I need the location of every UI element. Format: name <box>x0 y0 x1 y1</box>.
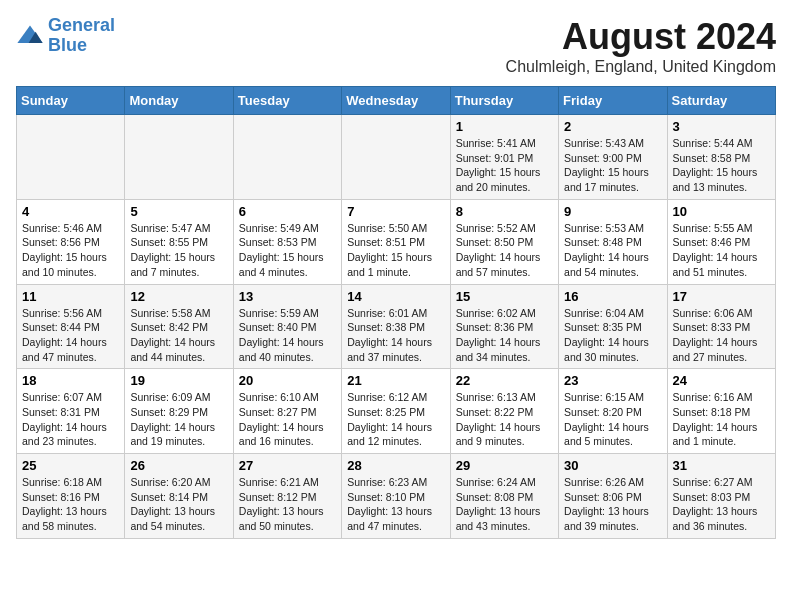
calendar-cell <box>233 115 341 200</box>
calendar-cell: 7Sunrise: 5:50 AM Sunset: 8:51 PM Daylig… <box>342 199 450 284</box>
day-number: 6 <box>239 204 336 219</box>
day-info: Sunrise: 5:59 AM Sunset: 8:40 PM Dayligh… <box>239 306 336 365</box>
day-number: 17 <box>673 289 770 304</box>
calendar-cell: 11Sunrise: 5:56 AM Sunset: 8:44 PM Dayli… <box>17 284 125 369</box>
day-info: Sunrise: 6:20 AM Sunset: 8:14 PM Dayligh… <box>130 475 227 534</box>
calendar-cell: 14Sunrise: 6:01 AM Sunset: 8:38 PM Dayli… <box>342 284 450 369</box>
day-number: 18 <box>22 373 119 388</box>
day-info: Sunrise: 6:21 AM Sunset: 8:12 PM Dayligh… <box>239 475 336 534</box>
day-info: Sunrise: 6:09 AM Sunset: 8:29 PM Dayligh… <box>130 390 227 449</box>
calendar-cell <box>125 115 233 200</box>
title-block: August 2024 Chulmleigh, England, United … <box>506 16 776 76</box>
day-number: 12 <box>130 289 227 304</box>
day-info: Sunrise: 6:12 AM Sunset: 8:25 PM Dayligh… <box>347 390 444 449</box>
day-number: 3 <box>673 119 770 134</box>
day-info: Sunrise: 5:41 AM Sunset: 9:01 PM Dayligh… <box>456 136 553 195</box>
calendar-cell <box>342 115 450 200</box>
page-header: General Blue August 2024 Chulmleigh, Eng… <box>16 16 776 76</box>
day-number: 4 <box>22 204 119 219</box>
calendar-table: SundayMondayTuesdayWednesdayThursdayFrid… <box>16 86 776 539</box>
week-row-3: 11Sunrise: 5:56 AM Sunset: 8:44 PM Dayli… <box>17 284 776 369</box>
day-header-tuesday: Tuesday <box>233 87 341 115</box>
calendar-cell: 6Sunrise: 5:49 AM Sunset: 8:53 PM Daylig… <box>233 199 341 284</box>
day-number: 24 <box>673 373 770 388</box>
day-number: 10 <box>673 204 770 219</box>
day-info: Sunrise: 5:56 AM Sunset: 8:44 PM Dayligh… <box>22 306 119 365</box>
calendar-cell: 1Sunrise: 5:41 AM Sunset: 9:01 PM Daylig… <box>450 115 558 200</box>
main-title: August 2024 <box>506 16 776 58</box>
day-info: Sunrise: 5:44 AM Sunset: 8:58 PM Dayligh… <box>673 136 770 195</box>
day-info: Sunrise: 5:58 AM Sunset: 8:42 PM Dayligh… <box>130 306 227 365</box>
week-row-5: 25Sunrise: 6:18 AM Sunset: 8:16 PM Dayli… <box>17 454 776 539</box>
day-info: Sunrise: 5:46 AM Sunset: 8:56 PM Dayligh… <box>22 221 119 280</box>
day-info: Sunrise: 6:06 AM Sunset: 8:33 PM Dayligh… <box>673 306 770 365</box>
day-number: 13 <box>239 289 336 304</box>
calendar-cell: 23Sunrise: 6:15 AM Sunset: 8:20 PM Dayli… <box>559 369 667 454</box>
day-number: 21 <box>347 373 444 388</box>
day-info: Sunrise: 6:27 AM Sunset: 8:03 PM Dayligh… <box>673 475 770 534</box>
logo: General Blue <box>16 16 115 56</box>
day-info: Sunrise: 6:01 AM Sunset: 8:38 PM Dayligh… <box>347 306 444 365</box>
day-number: 20 <box>239 373 336 388</box>
day-info: Sunrise: 6:16 AM Sunset: 8:18 PM Dayligh… <box>673 390 770 449</box>
calendar-cell: 12Sunrise: 5:58 AM Sunset: 8:42 PM Dayli… <box>125 284 233 369</box>
day-number: 2 <box>564 119 661 134</box>
day-info: Sunrise: 6:23 AM Sunset: 8:10 PM Dayligh… <box>347 475 444 534</box>
calendar-cell: 9Sunrise: 5:53 AM Sunset: 8:48 PM Daylig… <box>559 199 667 284</box>
logo-icon <box>16 22 44 50</box>
week-row-4: 18Sunrise: 6:07 AM Sunset: 8:31 PM Dayli… <box>17 369 776 454</box>
day-info: Sunrise: 5:47 AM Sunset: 8:55 PM Dayligh… <box>130 221 227 280</box>
calendar-cell: 19Sunrise: 6:09 AM Sunset: 8:29 PM Dayli… <box>125 369 233 454</box>
day-info: Sunrise: 6:24 AM Sunset: 8:08 PM Dayligh… <box>456 475 553 534</box>
calendar-cell: 28Sunrise: 6:23 AM Sunset: 8:10 PM Dayli… <box>342 454 450 539</box>
day-header-monday: Monday <box>125 87 233 115</box>
day-info: Sunrise: 5:49 AM Sunset: 8:53 PM Dayligh… <box>239 221 336 280</box>
week-row-2: 4Sunrise: 5:46 AM Sunset: 8:56 PM Daylig… <box>17 199 776 284</box>
day-number: 11 <box>22 289 119 304</box>
day-info: Sunrise: 6:13 AM Sunset: 8:22 PM Dayligh… <box>456 390 553 449</box>
day-number: 29 <box>456 458 553 473</box>
calendar-cell: 26Sunrise: 6:20 AM Sunset: 8:14 PM Dayli… <box>125 454 233 539</box>
calendar-cell: 24Sunrise: 6:16 AM Sunset: 8:18 PM Dayli… <box>667 369 775 454</box>
day-info: Sunrise: 6:26 AM Sunset: 8:06 PM Dayligh… <box>564 475 661 534</box>
day-number: 30 <box>564 458 661 473</box>
calendar-cell: 21Sunrise: 6:12 AM Sunset: 8:25 PM Dayli… <box>342 369 450 454</box>
day-number: 1 <box>456 119 553 134</box>
week-row-1: 1Sunrise: 5:41 AM Sunset: 9:01 PM Daylig… <box>17 115 776 200</box>
day-number: 8 <box>456 204 553 219</box>
calendar-cell: 29Sunrise: 6:24 AM Sunset: 8:08 PM Dayli… <box>450 454 558 539</box>
calendar-cell: 25Sunrise: 6:18 AM Sunset: 8:16 PM Dayli… <box>17 454 125 539</box>
calendar-cell: 2Sunrise: 5:43 AM Sunset: 9:00 PM Daylig… <box>559 115 667 200</box>
day-number: 31 <box>673 458 770 473</box>
day-number: 26 <box>130 458 227 473</box>
calendar-cell <box>17 115 125 200</box>
calendar-cell: 15Sunrise: 6:02 AM Sunset: 8:36 PM Dayli… <box>450 284 558 369</box>
day-number: 7 <box>347 204 444 219</box>
calendar-cell: 20Sunrise: 6:10 AM Sunset: 8:27 PM Dayli… <box>233 369 341 454</box>
day-info: Sunrise: 5:55 AM Sunset: 8:46 PM Dayligh… <box>673 221 770 280</box>
calendar-cell: 17Sunrise: 6:06 AM Sunset: 8:33 PM Dayli… <box>667 284 775 369</box>
calendar-cell: 8Sunrise: 5:52 AM Sunset: 8:50 PM Daylig… <box>450 199 558 284</box>
calendar-cell: 27Sunrise: 6:21 AM Sunset: 8:12 PM Dayli… <box>233 454 341 539</box>
subtitle: Chulmleigh, England, United Kingdom <box>506 58 776 76</box>
day-info: Sunrise: 6:07 AM Sunset: 8:31 PM Dayligh… <box>22 390 119 449</box>
day-info: Sunrise: 6:18 AM Sunset: 8:16 PM Dayligh… <box>22 475 119 534</box>
day-header-sunday: Sunday <box>17 87 125 115</box>
day-info: Sunrise: 5:52 AM Sunset: 8:50 PM Dayligh… <box>456 221 553 280</box>
day-header-wednesday: Wednesday <box>342 87 450 115</box>
calendar-cell: 31Sunrise: 6:27 AM Sunset: 8:03 PM Dayli… <box>667 454 775 539</box>
day-info: Sunrise: 6:15 AM Sunset: 8:20 PM Dayligh… <box>564 390 661 449</box>
calendar-cell: 4Sunrise: 5:46 AM Sunset: 8:56 PM Daylig… <box>17 199 125 284</box>
calendar-cell: 16Sunrise: 6:04 AM Sunset: 8:35 PM Dayli… <box>559 284 667 369</box>
day-header-saturday: Saturday <box>667 87 775 115</box>
day-info: Sunrise: 5:43 AM Sunset: 9:00 PM Dayligh… <box>564 136 661 195</box>
logo-text: General Blue <box>48 16 115 56</box>
day-info: Sunrise: 6:10 AM Sunset: 8:27 PM Dayligh… <box>239 390 336 449</box>
day-number: 28 <box>347 458 444 473</box>
day-number: 14 <box>347 289 444 304</box>
day-number: 5 <box>130 204 227 219</box>
day-number: 23 <box>564 373 661 388</box>
day-info: Sunrise: 6:02 AM Sunset: 8:36 PM Dayligh… <box>456 306 553 365</box>
day-number: 22 <box>456 373 553 388</box>
day-number: 27 <box>239 458 336 473</box>
